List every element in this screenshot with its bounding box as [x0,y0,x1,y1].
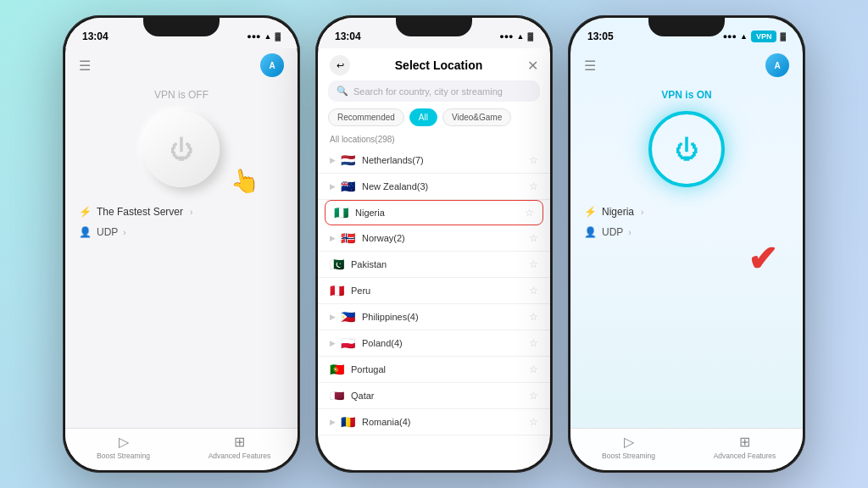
location-header: ↩ Select Location ✕ [318,48,550,80]
phone-3: 13:05 ●●● ▲ VPN ▓ ☰ A VPN is ON ⏻ ⚡ Nige… [568,15,805,473]
star-ng[interactable]: ☆ [525,207,534,219]
play-icon-3: ▷ [624,434,634,450]
search-placeholder: Search for country, city or streaming [353,86,503,97]
tab-boost-3[interactable]: ▷ Boost Streaming [570,434,687,460]
signal-icon-2: ●●● [499,32,513,41]
filter-recommended[interactable]: Recommended [328,108,404,126]
star-pl[interactable]: ☆ [529,337,538,349]
tab-advanced-1[interactable]: ⊞ Advanced Features [181,434,298,460]
star-pe[interactable]: ☆ [529,285,538,297]
country-pk: Pakistan [351,259,529,269]
location-item-norway[interactable]: ▶ 🇳🇴 Norway(2) ☆ [318,225,550,252]
protocol-label-3: UDP [602,226,623,238]
tab-advanced-3[interactable]: ⊞ Advanced Features [687,434,803,460]
location-item-newzealand[interactable]: ▶ 🇳🇿 New Zealand(3) ☆ [318,174,550,200]
country-nl: Netherlands(7) [362,155,529,165]
location-item-netherlands[interactable]: ▶ 🇳🇱 Netherlands(7) ☆ [318,147,550,174]
notch-3 [648,18,725,36]
wifi-icon: ▲ [264,32,272,41]
server-label-3: Nigeria [602,206,634,218]
tab-advanced-label-3: Advanced Features [714,452,776,460]
phone-1: 13:04 ●●● ▲ ▓ ☰ A VPN is OFF ⏻ ⚡ The Fas… [63,15,300,473]
vpn-status-1: VPN is OFF [65,89,298,101]
location-item-philippines[interactable]: ▶ 🇵🇭 Philippines(4) ☆ [318,304,550,330]
back-button[interactable]: ↩ [330,55,350,75]
phone-2: 13:04 ●●● ▲ ▓ ↩ Select Location ✕ 🔍 Sear… [315,15,553,473]
notch-2 [396,18,472,36]
power-btn-container-3: ⏻ [648,111,725,187]
battery-icon-3: ▓ [780,32,786,41]
location-item-portugal[interactable]: 🇵🇹 Portugal ☆ [318,357,550,383]
expand-arrow-nz: ▶ [330,182,336,191]
tab-boost-label-1: Boost Streaming [97,452,150,460]
filter-video[interactable]: Video&Game [442,108,511,126]
expand-arrow-ro: ▶ [330,418,336,426]
filter-all[interactable]: All [409,108,437,126]
flag-no: 🇳🇴 [341,231,355,245]
bolt-icon-1: ⚡ [79,206,92,218]
server-arrow-1: › [190,208,192,217]
tab-boost-1[interactable]: ▷ Boost Streaming [65,434,181,460]
person-icon-1: 👤 [79,226,92,238]
menu-icon-1[interactable]: ☰ [79,58,91,74]
time-1: 13:04 [82,30,108,42]
avatar-3[interactable]: A [765,53,789,77]
star-pt[interactable]: ☆ [529,363,538,375]
grid-icon-3: ⊞ [739,434,750,450]
location-item-romania[interactable]: ▶ 🇷🇴 Romania(4) ☆ [318,409,550,435]
status-bar-3: 13:05 ●●● ▲ VPN ▓ [570,18,803,48]
menu-icon-3[interactable]: ☰ [584,58,596,74]
country-nz: New Zealand(3) [362,181,529,191]
flag-nl: 🇳🇱 [341,153,355,167]
notch-1 [143,18,220,36]
star-nz[interactable]: ☆ [529,180,538,192]
country-ro: Romania(4) [362,417,529,427]
status-bar-1: 13:04 ●●● ▲ ▓ [65,18,298,48]
location-item-qatar[interactable]: 🇶🇦 Qatar ☆ [318,383,550,409]
vpn-status-3: VPN is ON [570,89,803,101]
tab-bar-1: ▷ Boost Streaming ⊞ Advanced Features [65,428,298,470]
expand-arrow-nl: ▶ [330,156,336,164]
location-item-peru[interactable]: 🇵🇪 Peru ☆ [318,278,550,304]
location-item-pakistan[interactable]: 🇵🇰 Pakistan ☆ [318,252,550,278]
protocol-row-1[interactable]: 👤 UDP › [65,223,298,241]
bolt-icon-3: ⚡ [584,206,597,218]
power-button-1[interactable]: ⏻ [143,111,220,187]
screen-off: 13:04 ●●● ▲ ▓ ☰ A VPN is OFF ⏻ ⚡ The Fas… [65,18,298,470]
play-icon-1: ▷ [119,434,129,450]
close-button[interactable]: ✕ [527,58,538,74]
country-qa: Qatar [351,391,529,401]
location-item-nigeria[interactable]: 🇳🇬 Nigeria ☆ [325,200,543,225]
search-bar[interactable]: 🔍 Search for country, city or streaming [328,80,540,102]
location-item-poland[interactable]: ▶ 🇵🇱 Poland(4) ☆ [318,330,550,357]
signal-icon: ●●● [247,32,260,41]
star-nl[interactable]: ☆ [529,154,538,166]
flag-pe: 🇵🇪 [330,284,344,297]
star-pk[interactable]: ☆ [529,258,538,270]
star-ro[interactable]: ☆ [529,416,538,428]
status-icons-1: ●●● ▲ ▓ [247,32,281,41]
flag-pt: 🇵🇹 [330,363,344,376]
vpn-badge: VPN [751,30,777,42]
protocol-arrow-1: › [123,228,125,237]
hand-area-1: 👆 [65,241,298,292]
search-icon: 🔍 [337,86,348,97]
server-row-3[interactable]: ⚡ Nigeria › [570,201,803,223]
server-label-1: The Fastest Server [97,206,183,218]
power-icon-1: ⏻ [170,136,193,164]
star-ph[interactable]: ☆ [529,311,538,323]
protocol-arrow-3: › [628,228,631,237]
country-ng: Nigeria [355,208,525,218]
power-button-3[interactable]: ⏻ [648,111,725,187]
star-qa[interactable]: ☆ [529,390,538,402]
server-row-1[interactable]: ⚡ The Fastest Server › [65,201,298,223]
star-no[interactable]: ☆ [529,232,538,244]
location-title: Select Location [395,58,482,72]
flag-nz: 🇳🇿 [341,180,355,193]
tab-bar-3: ▷ Boost Streaming ⊞ Advanced Features [570,428,803,470]
person-icon-3: 👤 [584,226,597,238]
expand-arrow-no: ▶ [330,234,336,242]
wifi-icon-3: ▲ [740,32,748,41]
avatar-1[interactable]: A [260,53,284,77]
flag-ro: 🇷🇴 [341,415,355,429]
